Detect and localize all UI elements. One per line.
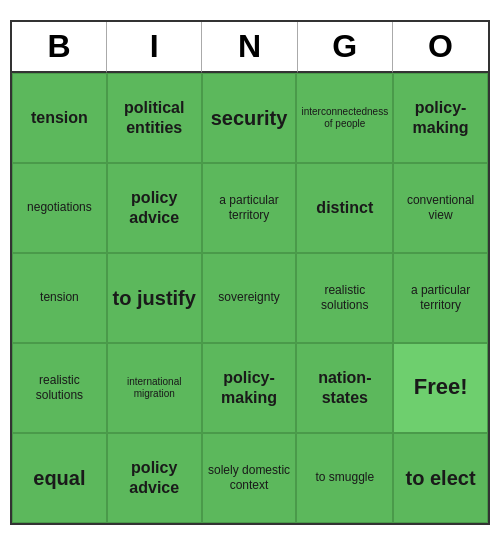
bingo-cell: policy-making — [393, 73, 488, 163]
cell-text: a particular territory — [207, 193, 292, 222]
cell-text: to elect — [406, 466, 476, 490]
bingo-cell: tension — [12, 73, 107, 163]
bingo-cell: to elect — [393, 433, 488, 523]
bingo-cell: international migration — [107, 343, 202, 433]
cell-text: distinct — [316, 198, 373, 217]
bingo-cell: to justify — [107, 253, 202, 343]
bingo-cell: interconnectedness of people — [296, 73, 393, 163]
bingo-cell: Free! — [393, 343, 488, 433]
bingo-cell: equal — [12, 433, 107, 523]
bingo-cell: negotiations — [12, 163, 107, 253]
header-letter: G — [298, 22, 393, 73]
bingo-cell: policy advice — [107, 433, 202, 523]
cell-text: to smuggle — [315, 470, 374, 484]
cell-text: sovereignty — [218, 290, 279, 304]
bingo-cell: sovereignty — [202, 253, 297, 343]
bingo-card: BINGO tensionpolitical entitiessecurityi… — [10, 20, 490, 525]
bingo-grid: tensionpolitical entitiessecurityinterco… — [12, 73, 488, 523]
cell-text: nation-states — [301, 368, 388, 406]
bingo-cell: realistic solutions — [296, 253, 393, 343]
cell-text: equal — [33, 466, 85, 490]
cell-text: policy-making — [207, 368, 292, 406]
header-letter: N — [202, 22, 297, 73]
bingo-cell: a particular territory — [393, 253, 488, 343]
bingo-cell: distinct — [296, 163, 393, 253]
cell-text: policy advice — [112, 458, 197, 496]
cell-text: political entities — [112, 98, 197, 136]
bingo-cell: realistic solutions — [12, 343, 107, 433]
bingo-cell: tension — [12, 253, 107, 343]
cell-text: international migration — [112, 376, 197, 400]
header-letter: O — [393, 22, 488, 73]
cell-text: tension — [31, 108, 88, 127]
cell-text: tension — [40, 290, 79, 304]
cell-text: Free! — [414, 374, 468, 400]
cell-text: to justify — [113, 286, 196, 310]
header-letter: B — [12, 22, 107, 73]
bingo-cell: a particular territory — [202, 163, 297, 253]
cell-text: security — [211, 106, 288, 130]
cell-text: conventional view — [398, 193, 483, 222]
bingo-header: BINGO — [12, 22, 488, 73]
cell-text: realistic solutions — [301, 283, 388, 312]
bingo-cell: policy-making — [202, 343, 297, 433]
bingo-cell: nation-states — [296, 343, 393, 433]
bingo-cell: political entities — [107, 73, 202, 163]
cell-text: realistic solutions — [17, 373, 102, 402]
header-letter: I — [107, 22, 202, 73]
bingo-cell: policy advice — [107, 163, 202, 253]
bingo-cell: solely domestic context — [202, 433, 297, 523]
cell-text: policy-making — [398, 98, 483, 136]
cell-text: a particular territory — [398, 283, 483, 312]
cell-text: negotiations — [27, 200, 92, 214]
bingo-cell: conventional view — [393, 163, 488, 253]
cell-text: policy advice — [112, 188, 197, 226]
cell-text: interconnectedness of people — [301, 106, 388, 130]
bingo-cell: security — [202, 73, 297, 163]
cell-text: solely domestic context — [207, 463, 292, 492]
bingo-cell: to smuggle — [296, 433, 393, 523]
